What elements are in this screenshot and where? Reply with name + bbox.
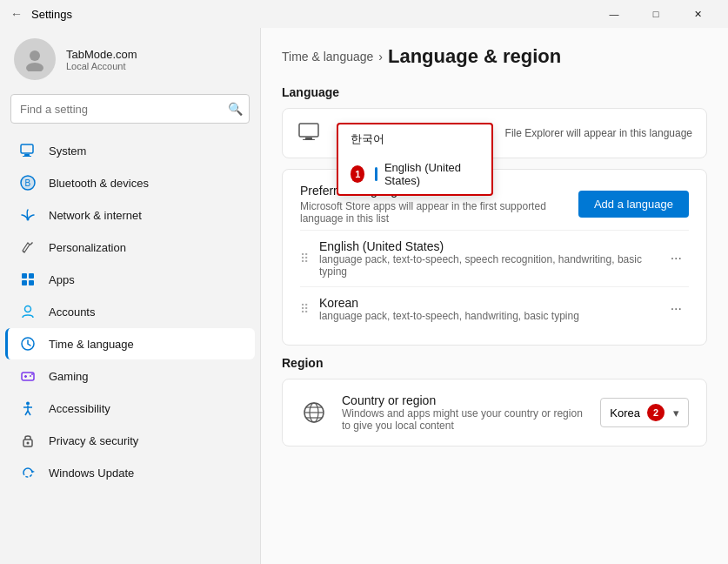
lang-item-info-korean: Korean language pack, text-to-speech, ha… [319,296,653,322]
sidebar-label-personalization: Personalization [49,241,126,254]
list-item-korean: ⠿ Korean language pack, text-to-speech, … [300,286,689,331]
sidebar-label-accounts: Accounts [49,306,95,319]
lang-option-english-label: English (United States) [384,161,479,187]
region-desc: Windows and apps might use your country … [342,407,586,432]
sidebar-item-accessibility[interactable]: Accessibility [5,393,255,424]
svg-text:B: B [25,178,31,188]
account-name: TabMode.com [66,48,137,61]
svg-rect-12 [29,280,34,285]
apps-icon [19,271,37,288]
app-title: Settings [31,8,72,21]
svg-rect-4 [23,156,31,157]
region-info: Country or region Windows and apps might… [342,393,586,432]
badge-2: 2 [647,404,665,421]
avatar [14,38,56,80]
system-icon [19,142,37,159]
search-input[interactable] [10,94,250,124]
sidebar-item-personalization[interactable]: Personalization [5,232,255,263]
title-bar: ← Settings — □ ✕ [0,0,728,28]
main-content: Time & language › Language & region Lang… [261,28,728,564]
sidebar-item-time[interactable]: Time & language [5,328,255,359]
language-section-title: Language [282,85,707,99]
minimize-button[interactable]: — [594,0,634,28]
svg-point-0 [30,50,40,61]
back-icon[interactable]: ← [10,7,23,21]
sidebar-item-gaming[interactable]: Gaming [5,360,255,392]
svg-rect-3 [24,154,30,156]
breadcrumb-separator: › [378,50,383,64]
sidebar-label-bluetooth: Bluetooth & devices [49,177,149,190]
svg-point-8 [27,218,30,221]
sidebar-item-bluetooth[interactable]: B Bluetooth & devices [5,167,255,198]
lang-option-english[interactable]: 1 English (United States) [338,154,491,194]
sidebar-item-network[interactable]: Network & internet [5,199,255,231]
svg-point-18 [30,375,31,377]
lang-name-english: English (United States) [319,239,653,253]
preferred-desc: Microsoft Store apps will appear in the … [300,200,578,225]
search-icon: 🔍 [228,102,243,116]
svg-rect-25 [303,139,315,140]
drag-handle-korean[interactable]: ⠿ [300,302,309,316]
region-row: Country or region Windows and apps might… [300,393,689,432]
lang-indicator [375,167,377,181]
sidebar-item-accounts[interactable]: Accounts [5,296,255,327]
region-section-title: Region [282,356,707,370]
lang-item-info-english: English (United States) language pack, t… [319,239,653,278]
display-language-row: Windows display language 한국어 1 English (… [297,119,692,147]
sidebar-label-time: Time & language [49,338,134,351]
account-type: Local Account [66,61,137,71]
bluetooth-icon: B [19,174,37,191]
add-language-button[interactable]: Add a language [578,191,689,218]
sidebar-item-system[interactable]: System [5,135,255,166]
sidebar-label-accessibility: Accessibility [49,402,110,415]
lang-name-korean: Korean [319,296,653,310]
list-item-english: ⠿ English (United States) language pack,… [300,230,689,286]
svg-rect-24 [305,138,312,139]
sidebar-header: TabMode.com Local Account [0,28,260,87]
region-name: Country or region [342,393,586,407]
globe-icon [300,399,328,426]
svg-rect-10 [29,273,34,279]
svg-rect-23 [299,124,318,137]
breadcrumb-parent[interactable]: Time & language [282,50,373,64]
region-value: Korea [610,406,640,420]
svg-rect-11 [22,280,27,285]
sidebar-item-apps[interactable]: Apps [5,264,255,295]
svg-rect-9 [22,273,27,279]
sidebar-label-apps: Apps [49,273,75,286]
time-icon [19,335,37,352]
accessibility-icon [19,400,37,417]
personalization-icon [19,238,37,256]
sidebar: TabMode.com Local Account 🔍 System B Blu… [0,28,261,564]
sidebar-label-gaming: Gaming [49,370,89,383]
sidebar-item-privacy[interactable]: Privacy & security [5,425,255,456]
drag-handle-english[interactable]: ⠿ [300,252,309,265]
more-options-english[interactable]: ··· [664,247,689,270]
sidebar-item-update[interactable]: Windows Update [5,457,255,488]
app-content: TabMode.com Local Account 🔍 System B Blu… [0,28,728,564]
breadcrumb-current: Language & region [388,45,561,68]
maximize-button[interactable]: □ [636,0,676,28]
breadcrumb: Time & language › Language & region [282,45,707,68]
lang-desc-korean: language pack, text-to-speech, handwriti… [319,310,653,322]
lang-option-korean[interactable]: 한국어 [338,124,491,154]
network-icon [19,206,37,224]
sidebar-label-update: Windows Update [49,467,134,480]
svg-point-1 [26,63,43,71]
title-bar-controls: — □ ✕ [594,0,718,28]
privacy-icon [19,432,37,449]
sidebar-label-network: Network & internet [49,209,142,222]
more-options-korean[interactable]: ··· [664,298,689,320]
close-button[interactable]: ✕ [678,0,718,28]
lang-desc-english: language pack, text-to-speech, speech re… [319,253,653,278]
svg-point-19 [31,373,33,375]
accounts-icon [19,303,37,320]
svg-point-22 [27,442,30,445]
svg-rect-2 [21,144,33,153]
chevron-down-icon: ▾ [673,406,679,420]
region-select[interactable]: Korea 2 ▾ [600,398,689,427]
file-explorer-note: File Explorer will appear in this langua… [505,127,692,139]
sidebar-nav: System B Bluetooth & devices Network & i… [0,134,260,489]
sidebar-label-system: System [49,144,86,158]
region-card: Country or region Windows and apps might… [282,379,707,446]
